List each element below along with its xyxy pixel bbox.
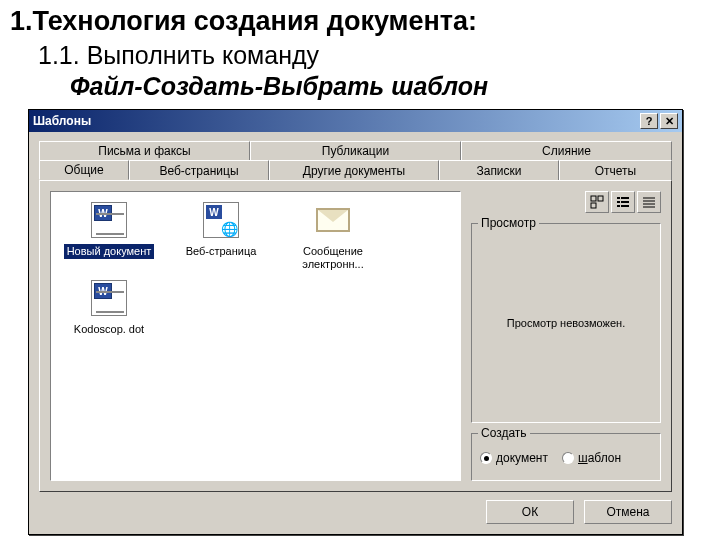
templates-dialog: Шаблоны ? ✕ Письма и факсы Публикации Сл… bbox=[28, 109, 683, 535]
word-doc-icon bbox=[91, 202, 127, 238]
close-button[interactable]: ✕ bbox=[660, 113, 678, 129]
web-page-icon bbox=[203, 202, 239, 238]
word-template-icon bbox=[91, 280, 127, 316]
dialog-title: Шаблоны bbox=[33, 114, 638, 128]
cancel-button[interactable]: Отмена bbox=[584, 500, 672, 524]
tab-merge[interactable]: Слияние bbox=[461, 141, 672, 160]
tab-general[interactable]: Общие bbox=[39, 160, 129, 180]
item-label: Kodoscop. dot bbox=[71, 322, 147, 337]
view-details-button[interactable] bbox=[637, 191, 661, 213]
item-label: Сообщение электронн... bbox=[283, 244, 383, 272]
create-group: Создать документ шаблон bbox=[471, 433, 661, 481]
tab-notes[interactable]: Записки bbox=[439, 160, 559, 180]
radio-document-label: документ bbox=[496, 451, 548, 465]
tab-other-docs[interactable]: Другие документы bbox=[269, 160, 439, 180]
view-mode-buttons bbox=[471, 191, 661, 213]
help-button[interactable]: ? bbox=[640, 113, 658, 129]
svg-rect-1 bbox=[598, 196, 603, 201]
preview-text: Просмотр невозможен. bbox=[507, 317, 625, 329]
tab-letters-faxes[interactable]: Письма и факсы bbox=[39, 141, 250, 160]
svg-rect-6 bbox=[621, 201, 629, 203]
mail-icon bbox=[316, 208, 350, 232]
tab-panel-general: Новый документ Веб-страница Сообщение эл… bbox=[39, 180, 672, 492]
tab-reports[interactable]: Отчеты bbox=[559, 160, 672, 180]
dialog-titlebar: Шаблоны ? ✕ bbox=[29, 110, 682, 132]
item-label: Веб-страница bbox=[183, 244, 260, 259]
svg-rect-0 bbox=[591, 196, 596, 201]
svg-rect-2 bbox=[591, 203, 596, 208]
view-large-icons-button[interactable] bbox=[585, 191, 609, 213]
radio-template-label: шаблон bbox=[578, 451, 621, 465]
ok-button[interactable]: ОК bbox=[486, 500, 574, 524]
details-icon bbox=[642, 195, 656, 209]
radio-dot-icon bbox=[480, 452, 492, 464]
preview-group-title: Просмотр bbox=[478, 216, 539, 230]
dialog-button-row: ОК Отмена bbox=[39, 500, 672, 524]
item-email-message[interactable]: Сообщение электронн... bbox=[283, 200, 383, 272]
svg-rect-5 bbox=[617, 201, 620, 203]
slide-heading-2: 1.1. Выполнить команду bbox=[38, 41, 710, 70]
large-icons-icon bbox=[590, 195, 604, 209]
template-list[interactable]: Новый документ Веб-страница Сообщение эл… bbox=[50, 191, 461, 481]
item-kodoscop[interactable]: Kodoscop. dot bbox=[59, 278, 159, 337]
preview-group: Просмотр Просмотр невозможен. bbox=[471, 223, 661, 423]
item-label: Новый документ bbox=[64, 244, 155, 259]
slide-heading-1: 1.Технология создания документа: bbox=[10, 6, 710, 37]
create-group-title: Создать bbox=[478, 426, 530, 440]
radio-dot-icon bbox=[562, 452, 574, 464]
item-web-page[interactable]: Веб-страница bbox=[171, 200, 271, 272]
svg-rect-3 bbox=[617, 197, 620, 199]
list-icon bbox=[616, 195, 630, 209]
tab-web-pages[interactable]: Веб-страницы bbox=[129, 160, 269, 180]
item-new-document[interactable]: Новый документ bbox=[59, 200, 159, 272]
tab-publications[interactable]: Публикации bbox=[250, 141, 461, 160]
slide-heading-3: Файл-Создать-Выбрать шаблон bbox=[70, 72, 710, 101]
radio-template[interactable]: шаблон bbox=[562, 451, 621, 465]
svg-rect-8 bbox=[621, 205, 629, 207]
view-list-button[interactable] bbox=[611, 191, 635, 213]
svg-rect-4 bbox=[621, 197, 629, 199]
svg-rect-7 bbox=[617, 205, 620, 207]
radio-document[interactable]: документ bbox=[480, 451, 548, 465]
